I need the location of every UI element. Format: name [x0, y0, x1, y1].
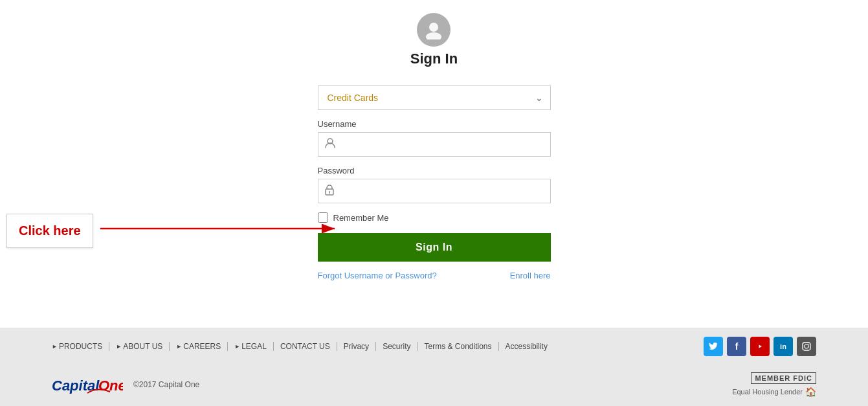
footer-divider [109, 342, 109, 351]
account-type-select-wrapper: Credit Cards Checking & Savings Auto Loa… [318, 85, 551, 110]
svg-point-12 [808, 344, 809, 344]
sign-in-form: Credit Cards Checking & Savings Auto Loa… [318, 85, 551, 280]
footer-divider [417, 342, 417, 351]
equal-housing-text: Equal Housing Lender 🏠 [732, 387, 816, 397]
username-input-wrapper [318, 132, 551, 157]
arrow-icon: ► [176, 343, 182, 350]
footer-bottom: Capital One ©2017 Capital One MEMBER FDI… [0, 365, 868, 406]
footer-social-icons: f in [704, 337, 816, 356]
footer-legal-info: MEMBER FDIC Equal Housing Lender 🏠 [732, 372, 816, 397]
footer-contact-us[interactable]: CONTACT US [280, 342, 330, 351]
avatar-icon [417, 13, 451, 47]
arrow-icon: ► [52, 343, 58, 350]
forgot-link[interactable]: Forgot Username or Password? [318, 271, 437, 280]
footer-privacy[interactable]: Privacy [344, 342, 369, 351]
sign-in-button[interactable]: Sign In [318, 233, 551, 262]
password-label: Password [318, 166, 551, 175]
click-here-annotation: Click here [6, 214, 93, 248]
copyright-text: ©2017 Capital One [133, 380, 199, 389]
footer: ► PRODUCTS ► ABOUT US ► CAREERS ► LEGAL … [0, 328, 868, 406]
remember-me-label[interactable]: Remember Me [333, 213, 389, 223]
svg-point-0 [429, 23, 438, 32]
avatar-section: Sign In [410, 13, 458, 80]
footer-careers[interactable]: ► CAREERS [176, 342, 221, 351]
logo-svg: Capital One [52, 372, 123, 397]
svg-point-4 [328, 191, 329, 192]
remember-me-checkbox[interactable] [318, 212, 328, 223]
remember-me-row: Remember Me [318, 212, 551, 223]
capital-one-logo: Capital One ©2017 Capital One [52, 372, 199, 397]
youtube-icon[interactable] [750, 337, 770, 356]
footer-divider [337, 342, 337, 351]
svg-point-1 [426, 32, 441, 39]
svg-point-11 [805, 344, 808, 348]
footer-nav: ► PRODUCTS ► ABOUT US ► CAREERS ► LEGAL … [0, 337, 868, 365]
footer-divider [498, 342, 499, 351]
bottom-links: Forgot Username or Password? Enroll here [318, 271, 551, 280]
user-icon [324, 137, 336, 152]
instagram-icon[interactable] [797, 337, 816, 356]
svg-text:One: One [98, 378, 123, 394]
password-input-wrapper [318, 179, 551, 203]
member-fdic-badge: MEMBER FDIC [751, 372, 816, 384]
linkedin-icon[interactable]: in [773, 337, 793, 356]
facebook-icon[interactable]: f [727, 337, 746, 356]
footer-divider [273, 342, 274, 351]
username-input[interactable] [318, 132, 551, 157]
footer-divider [375, 342, 376, 351]
arrow-graphic [100, 219, 340, 238]
footer-products[interactable]: ► PRODUCTS [52, 342, 102, 351]
enroll-link[interactable]: Enroll here [510, 271, 551, 280]
arrow-icon: ► [116, 343, 122, 350]
password-input[interactable] [318, 179, 551, 203]
svg-rect-10 [803, 343, 810, 350]
lock-icon [324, 184, 335, 198]
footer-accessibility[interactable]: Accessibility [506, 342, 548, 351]
footer-terms[interactable]: Terms & Conditions [424, 342, 491, 351]
footer-nav-links: ► PRODUCTS ► ABOUT US ► CAREERS ► LEGAL … [52, 342, 548, 351]
footer-divider [169, 342, 170, 351]
account-type-select[interactable]: Credit Cards Checking & Savings Auto Loa… [318, 85, 551, 110]
arrow-icon: ► [234, 343, 240, 350]
click-here-label: Click here [6, 214, 93, 248]
footer-security[interactable]: Security [383, 342, 410, 351]
house-icon: 🏠 [805, 387, 816, 397]
page-title: Sign In [410, 51, 458, 67]
svg-text:Capital: Capital [52, 378, 100, 394]
footer-legal[interactable]: ► LEGAL [234, 342, 267, 351]
twitter-icon[interactable] [704, 337, 723, 356]
username-label: Username [318, 119, 551, 129]
footer-divider [227, 342, 228, 351]
footer-about-us[interactable]: ► ABOUT US [116, 342, 162, 351]
